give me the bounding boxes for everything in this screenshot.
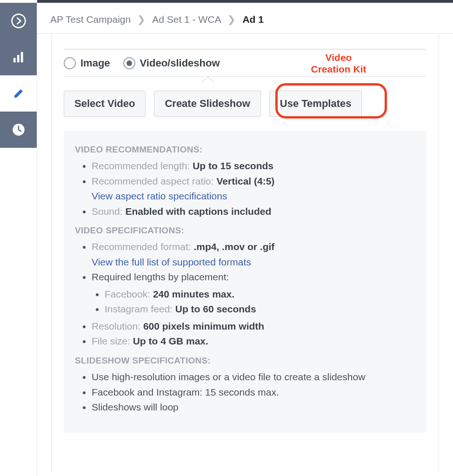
spec-lengths: Required lengths by placement: Facebook:… [92,270,415,317]
use-templates-button[interactable]: Use Templates [269,91,362,117]
clock-icon [10,121,27,139]
radio-checked-icon [123,57,135,69]
aspect-ratio-link[interactable]: View aspect ratio specifications [92,191,227,201]
select-video-button[interactable]: Select Video [64,91,146,117]
spec-ig-length: Instagram feed: Up to 60 seconds [105,302,415,317]
sidebar-edit[interactable] [0,75,37,112]
svg-rect-3 [20,52,23,62]
main-content: AP Test Campaign ❯ Ad Set 1 - WCA ❯ Ad 1… [37,0,453,476]
tab-video-label: Video/slideshow [140,57,220,69]
breadcrumb-adset[interactable]: Ad Set 1 - WCA [152,14,221,25]
spec-fb-length: Facebook: 240 minutes max. [105,287,415,302]
sidebar [0,0,37,476]
breadcrumb-ad[interactable]: Ad 1 [242,14,264,25]
tab-image[interactable]: Image [64,51,110,76]
video-specs-heading: VIDEO SPECIFICATIONS: [75,225,415,236]
svg-rect-1 [13,58,15,63]
tab-image-label: Image [80,57,110,69]
supported-formats-link[interactable]: View the full list of supported formats [92,257,251,267]
svg-point-0 [12,14,25,28]
svg-rect-2 [17,55,19,62]
slideshow-spec-2: Facebook and Instagram: 15 seconds max. [92,385,415,400]
spec-format: Recommended format: .mp4, .mov or .gifVi… [92,239,415,270]
sidebar-analytics[interactable] [0,39,37,75]
rec-sound: Sound: Enabled with captions included [92,204,415,219]
breadcrumb-campaign[interactable]: AP Test Campaign [50,14,131,25]
bar-chart-icon [10,48,27,66]
spec-filesize: File size: Up to 4 GB max. [92,334,415,349]
specifications-panel: VIDEO RECOMMENDATIONS: Recommended lengt… [64,131,426,433]
slideshow-spec-1: Use high-resolution images or a video fi… [92,370,415,385]
rec-length: Recommended length: Up to 15 seconds [92,159,415,174]
create-slideshow-button[interactable]: Create Slideshow [154,91,260,117]
chevron-right-icon: ❯ [137,14,146,25]
radio-unchecked-icon [64,57,76,69]
tab-video-slideshow[interactable]: Video/slideshow [123,51,220,76]
sidebar-collapse[interactable] [0,3,37,39]
media-type-tabs: Image Video/slideshow [64,49,426,76]
spec-resolution: Resolution: 600 pixels minimum width [92,319,415,334]
chevron-right-icon: ❯ [227,14,236,25]
pencil-icon [10,85,27,102]
video-recommendations-heading: VIDEO RECOMMENDATIONS: [75,145,415,155]
slideshow-specs-heading: SLIDESHOW SPECIFICATIONS: [75,356,415,366]
slideshow-spec-3: Slideshows will loop [92,400,415,415]
chevron-right-circle-icon [10,12,27,30]
rec-aspect: Recommended aspect ratio: Vertical (4:5)… [92,174,415,204]
breadcrumb: AP Test Campaign ❯ Ad Set 1 - WCA ❯ Ad 1 [37,3,453,34]
video-action-buttons: Select Video Create Slideshow Use Templa… [64,77,426,131]
sidebar-history[interactable] [0,112,37,148]
